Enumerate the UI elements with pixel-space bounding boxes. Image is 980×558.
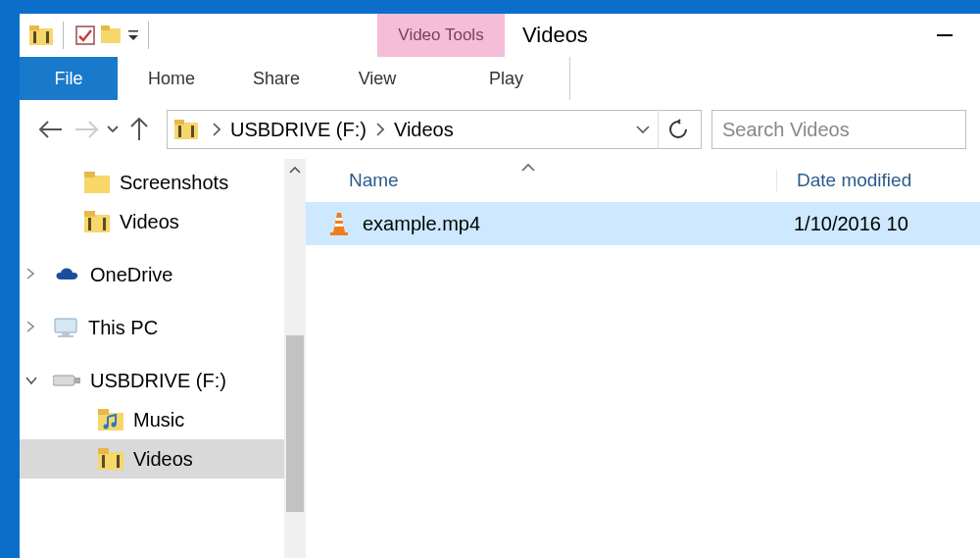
navpane-scrollbar[interactable] — [284, 159, 306, 558]
breadcrumb-drive[interactable]: USBDRIVE (F:) — [228, 111, 368, 148]
svg-point-25 — [104, 425, 109, 430]
column-header-date[interactable]: Date modified — [776, 170, 980, 191]
qat-customize-dropdown[interactable] — [126, 22, 140, 49]
video-folder-icon[interactable] — [27, 22, 55, 49]
scroll-up-icon[interactable] — [284, 159, 306, 180]
nav-item-label: Videos — [133, 448, 193, 471]
svg-rect-29 — [102, 455, 105, 468]
column-headers: Name Date modified — [306, 159, 980, 202]
navigation-pane: Screenshots Videos OneDrive — [20, 159, 306, 558]
svg-rect-11 — [191, 126, 194, 137]
back-button[interactable] — [33, 112, 69, 147]
vlc-cone-icon — [321, 211, 357, 236]
chevron-right-icon[interactable] — [25, 320, 39, 335]
refresh-button[interactable] — [658, 110, 697, 149]
svg-rect-22 — [74, 378, 80, 383]
window-title: Videos — [505, 14, 588, 57]
svg-rect-6 — [101, 25, 110, 30]
svg-rect-16 — [88, 218, 91, 230]
svg-rect-3 — [46, 31, 49, 43]
scroll-thumb[interactable] — [286, 335, 304, 512]
window-controls — [925, 14, 964, 57]
search-placeholder: Search Videos — [722, 119, 850, 141]
nav-item-thispc[interactable]: This PC — [20, 308, 306, 347]
svg-rect-15 — [84, 211, 95, 217]
search-input[interactable]: Search Videos — [711, 110, 966, 149]
up-button[interactable] — [122, 112, 157, 147]
svg-rect-13 — [84, 172, 95, 178]
forward-button[interactable] — [69, 112, 104, 147]
tab-share[interactable]: Share — [225, 57, 327, 100]
nav-item-screenshots[interactable]: Screenshots — [20, 163, 306, 202]
svg-rect-7 — [128, 30, 138, 32]
nav-item-label: Screenshots — [120, 172, 228, 194]
nav-item-label: OneDrive — [90, 264, 172, 286]
svg-rect-4 — [76, 26, 94, 44]
svg-rect-10 — [178, 126, 181, 137]
svg-rect-17 — [103, 218, 106, 230]
svg-rect-24 — [98, 409, 109, 415]
nav-tree: Screenshots Videos OneDrive — [20, 159, 306, 479]
svg-rect-32 — [335, 224, 344, 227]
file-list-pane: Name Date modified example.mp4 1/10/2016… — [306, 159, 980, 558]
breadcrumb-folder[interactable]: Videos — [392, 111, 456, 148]
minimize-button[interactable] — [925, 14, 964, 57]
tab-file[interactable]: File — [20, 57, 118, 100]
nav-item-usbdrive[interactable]: USBDRIVE (F:) — [20, 361, 306, 400]
tab-view[interactable]: View — [327, 57, 427, 100]
ribbon-tabs: File Home Share View Play — [20, 57, 980, 100]
tab-play[interactable]: Play — [443, 57, 570, 100]
titlebar-center: Video Tools Videos — [157, 14, 980, 57]
svg-rect-8 — [174, 123, 198, 139]
desktop-background: Video Tools Videos File Home Share View … — [0, 0, 980, 558]
navigation-toolbar: USBDRIVE (F:) Videos Search Videos — [20, 100, 980, 159]
svg-rect-1 — [29, 25, 39, 30]
svg-rect-14 — [84, 215, 110, 232]
chevron-right-icon[interactable] — [25, 267, 39, 282]
svg-rect-33 — [330, 232, 348, 235]
contextual-tab-label: Video Tools — [377, 14, 505, 57]
quick-access-toolbar — [20, 14, 157, 57]
svg-rect-2 — [33, 31, 36, 43]
svg-rect-30 — [117, 455, 120, 468]
svg-rect-28 — [98, 448, 109, 454]
sort-ascending-icon — [521, 155, 535, 177]
svg-rect-0 — [29, 28, 53, 45]
svg-rect-20 — [58, 335, 74, 337]
address-history-dropdown[interactable] — [628, 126, 658, 133]
file-name: example.mp4 — [363, 213, 774, 235]
title-bar: Video Tools Videos — [20, 14, 980, 57]
file-date: 1/10/2016 10 — [774, 213, 908, 235]
svg-rect-5 — [101, 28, 121, 43]
nav-item-label: This PC — [88, 317, 158, 339]
svg-rect-19 — [62, 332, 70, 335]
nav-item-videos[interactable]: Videos — [20, 202, 306, 241]
svg-rect-27 — [98, 452, 123, 470]
tab-home[interactable]: Home — [118, 57, 225, 100]
chevron-down-icon[interactable] — [25, 373, 39, 388]
main-area: Screenshots Videos OneDrive — [20, 159, 980, 558]
svg-point-26 — [112, 423, 117, 428]
nav-item-onedrive[interactable]: OneDrive — [20, 255, 306, 294]
file-row[interactable]: example.mp4 1/10/2016 10 — [306, 202, 980, 245]
new-folder-icon[interactable] — [99, 22, 126, 49]
address-bar[interactable]: USBDRIVE (F:) Videos — [167, 110, 702, 149]
qat-separator-2 — [148, 22, 149, 49]
properties-icon[interactable] — [72, 22, 99, 49]
column-header-name[interactable]: Name — [306, 170, 776, 191]
svg-rect-31 — [336, 218, 343, 221]
nav-item-label: Videos — [120, 211, 179, 233]
svg-rect-12 — [84, 176, 110, 193]
svg-rect-21 — [53, 376, 74, 385]
file-explorer-window: Video Tools Videos File Home Share View … — [20, 14, 980, 558]
nav-item-videos-drive[interactable]: Videos — [20, 439, 306, 479]
nav-item-label: Music — [133, 409, 184, 431]
nav-item-music[interactable]: Music — [20, 400, 306, 439]
breadcrumb-root-caret[interactable] — [205, 123, 228, 136]
address-bar-icon — [168, 120, 205, 139]
svg-rect-9 — [174, 120, 184, 125]
qat-separator — [63, 22, 64, 49]
history-dropdown[interactable] — [104, 126, 122, 133]
breadcrumb-drive-caret[interactable] — [368, 123, 392, 136]
nav-item-label: USBDRIVE (F:) — [90, 370, 226, 392]
